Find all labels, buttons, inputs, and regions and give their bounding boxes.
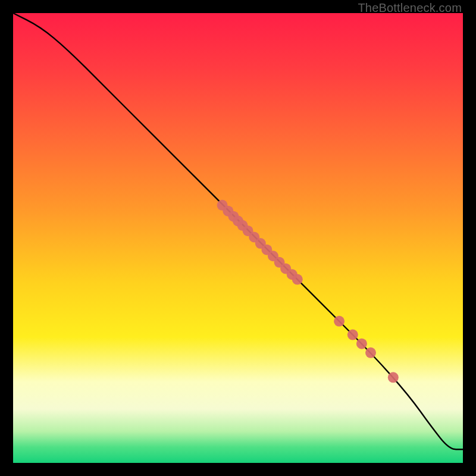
marker-point xyxy=(356,339,367,349)
marker-point xyxy=(365,347,376,358)
plot-area xyxy=(13,13,463,463)
marker-point xyxy=(347,330,358,340)
line-series xyxy=(13,13,463,449)
chart-svg xyxy=(13,13,463,463)
marker-point xyxy=(334,316,345,327)
chart-frame: TheBottleneck.com xyxy=(0,0,476,476)
marker-group xyxy=(217,200,399,383)
watermark-label: TheBottleneck.com xyxy=(358,1,462,15)
marker-point xyxy=(292,274,303,285)
marker-point xyxy=(388,372,399,383)
